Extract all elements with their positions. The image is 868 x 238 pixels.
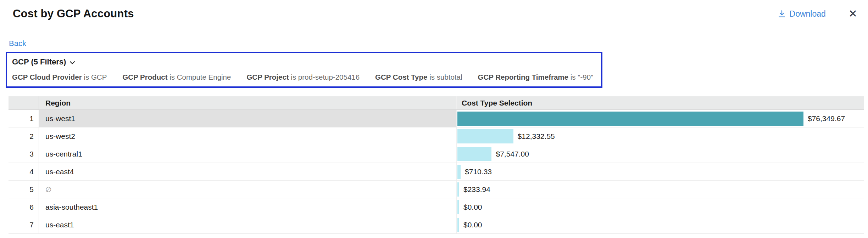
- region-cell[interactable]: us-east1: [39, 216, 457, 233]
- row-number: 5: [9, 181, 39, 198]
- filter-item[interactable]: GCP Cloud Provider is GCP: [12, 73, 107, 81]
- table-row: 6 asia-southeast1 $0.00: [9, 198, 864, 216]
- row-number: 7: [9, 216, 39, 233]
- cost-bar[interactable]: [457, 182, 459, 197]
- row-number: 2: [9, 128, 39, 145]
- table-row: 7 us-east1 $0.00: [9, 216, 864, 234]
- region-value: us-west1: [45, 114, 75, 123]
- table-row: 3 us-central1 $7,547.00: [9, 145, 864, 163]
- download-icon: [778, 10, 786, 18]
- filter-list: GCP Cloud Provider is GCP GCP Product is…: [11, 73, 593, 81]
- cost-cell[interactable]: $710.33: [457, 163, 864, 180]
- cost-column-header[interactable]: Cost Type Selection: [457, 96, 864, 109]
- region-cell[interactable]: us-west1: [39, 110, 457, 127]
- filter-summary-label: GCP (5 Filters): [12, 57, 66, 67]
- cost-bar[interactable]: [457, 165, 461, 179]
- close-icon[interactable]: ✕: [846, 7, 860, 21]
- region-cell[interactable]: ∅: [39, 181, 457, 198]
- cost-value-label: $710.33: [465, 168, 492, 176]
- filter-item[interactable]: GCP Cost Type is subtotal: [375, 73, 462, 81]
- row-number: 6: [9, 198, 39, 216]
- back-link[interactable]: Back: [9, 39, 26, 48]
- region-cell[interactable]: us-central1: [39, 145, 457, 163]
- cost-cell[interactable]: $12,332.55: [457, 128, 864, 145]
- filter-summary-toggle[interactable]: GCP (5 Filters): [11, 57, 77, 67]
- filter-field-name: GCP Product: [122, 73, 167, 81]
- region-value: ∅: [45, 185, 51, 194]
- chevron-down-icon: [69, 57, 75, 67]
- filter-condition: is "-90": [568, 73, 593, 81]
- cost-bar[interactable]: [457, 218, 459, 232]
- filter-field-name: GCP Reporting Timeframe: [478, 73, 568, 81]
- region-value: us-central1: [45, 150, 82, 158]
- filter-condition: is prod-setup-205416: [289, 73, 360, 81]
- cost-cell[interactable]: $76,349.67: [457, 110, 864, 127]
- table-header-row: Region Cost Type Selection: [9, 96, 864, 110]
- filter-condition: is GCP: [82, 73, 107, 81]
- table-row: 1 us-west1 $76,349.67: [9, 110, 864, 128]
- cost-cell[interactable]: $0.00: [457, 216, 864, 233]
- table-row: 5 ∅ $233.94: [9, 181, 864, 198]
- filter-field-name: GCP Project: [246, 73, 289, 81]
- cost-cell[interactable]: $0.00: [457, 198, 864, 216]
- cost-value-label: $76,349.67: [808, 114, 845, 123]
- cost-bar[interactable]: [457, 112, 803, 126]
- page-title: Cost by GCP Accounts: [13, 7, 134, 20]
- row-number-header: [9, 96, 39, 109]
- cost-cell[interactable]: $233.94: [457, 181, 864, 198]
- region-value: us-east4: [45, 168, 74, 176]
- cost-value-label: $12,332.55: [518, 132, 555, 141]
- filter-field-name: GCP Cloud Provider: [12, 73, 82, 81]
- region-cell[interactable]: asia-southeast1: [39, 198, 457, 216]
- cost-value-label: $0.00: [463, 203, 482, 211]
- table-row: 2 us-west2 $12,332.55: [9, 128, 864, 145]
- cost-value-label: $233.94: [463, 185, 490, 194]
- region-value: asia-southeast1: [45, 203, 98, 211]
- table-row: 4 us-east4 $710.33: [9, 163, 864, 181]
- row-number: 4: [9, 163, 39, 180]
- cost-bar[interactable]: [457, 129, 513, 143]
- cost-value-label: $0.00: [463, 221, 482, 229]
- cost-bar[interactable]: [457, 147, 491, 161]
- region-value: us-west2: [45, 132, 75, 141]
- filter-field-name: GCP Cost Type: [375, 73, 427, 81]
- cost-value-label: $7,547.00: [496, 150, 529, 158]
- filter-item[interactable]: GCP Reporting Timeframe is "-90": [478, 73, 593, 81]
- cost-bar[interactable]: [457, 200, 459, 214]
- download-button[interactable]: Download: [778, 9, 826, 19]
- filter-item[interactable]: GCP Product is Compute Engine: [122, 73, 231, 81]
- filter-condition: is Compute Engine: [168, 73, 231, 81]
- row-number: 1: [9, 110, 39, 127]
- download-label: Download: [790, 9, 826, 19]
- filter-box: GCP (5 Filters) GCP Cloud Provider is GC…: [6, 52, 602, 88]
- region-value: us-east1: [45, 221, 74, 229]
- table-body: 1 us-west1 $76,349.67 2 us-west2 $12,332…: [9, 110, 864, 234]
- results-table: Region Cost Type Selection 1 us-west1 $7…: [9, 96, 864, 234]
- window-header: Cost by GCP Accounts Download ✕: [0, 0, 868, 21]
- row-number: 3: [9, 145, 39, 163]
- filter-item[interactable]: GCP Project is prod-setup-205416: [246, 73, 360, 81]
- region-cell[interactable]: us-east4: [39, 163, 457, 180]
- cost-cell[interactable]: $7,547.00: [457, 145, 864, 163]
- region-column-header[interactable]: Region: [39, 96, 457, 109]
- filter-condition: is subtotal: [427, 73, 462, 81]
- region-cell[interactable]: us-west2: [39, 128, 457, 145]
